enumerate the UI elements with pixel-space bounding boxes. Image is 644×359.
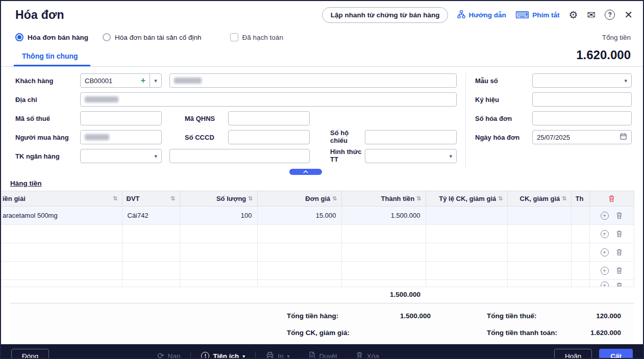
bank-account-label: TK ngân hàng: [15, 152, 80, 160]
col-clipped[interactable]: Th: [571, 191, 589, 207]
delete-all-rows-icon[interactable]: [608, 195, 615, 202]
tab-general-info[interactable]: Thông tin chung: [14, 47, 90, 66]
reload-button[interactable]: ⟳ Nạp: [157, 352, 180, 359]
document-icon: [308, 351, 316, 359]
cell-actions: +: [589, 243, 634, 262]
bank-account-select[interactable]: ▾: [80, 149, 162, 163]
template-no-label: Mẫu số: [475, 77, 532, 85]
invoice-no-label: Số hóa đơn: [475, 115, 532, 122]
redacted-customer-name: [174, 78, 202, 84]
add-row-icon[interactable]: +: [601, 248, 609, 257]
table-row[interactable]: aracetamol 500mg Cái742 100 15.000 1.500…: [1, 207, 634, 225]
guide-link-label: Hướng dẫn: [468, 11, 506, 19]
cccd-input[interactable]: [228, 130, 310, 144]
shortcuts-link-label: Phím tắt: [532, 11, 559, 19]
delete-row-icon[interactable]: [615, 267, 623, 274]
collapse-form-button[interactable]: [289, 169, 322, 175]
line-items-section-link[interactable]: Hàng tiền: [10, 179, 643, 187]
approve-button[interactable]: Duyệt: [308, 351, 337, 359]
col-discount-rate[interactable]: Tỷ lệ CK, giảm giá⇅: [426, 191, 507, 207]
col-quantity[interactable]: Số lượng⇅: [180, 191, 257, 207]
refresh-icon: ⟳: [157, 352, 164, 359]
address-input[interactable]: [80, 92, 457, 107]
col-unit-price[interactable]: Đơn giá⇅: [257, 191, 341, 207]
total-discount-label: Tổng CK, giảm giá:: [287, 329, 363, 337]
add-customer-icon[interactable]: +: [141, 76, 145, 85]
buyer-input[interactable]: [80, 130, 162, 144]
print-button[interactable]: In ▾: [266, 351, 289, 359]
radio-asset-invoice[interactable]: Hóa đơn bán tài sản cố định: [103, 33, 201, 41]
symbol-input[interactable]: [532, 92, 632, 107]
footer-toolbar: Đóng ⟳ Nạp ! Tiện ích ▾ In ▾: [1, 344, 643, 359]
calendar-icon[interactable]: [620, 133, 627, 142]
mail-icon[interactable]: ✉: [587, 10, 596, 20]
sort-icon: ⇅: [113, 195, 117, 202]
radio-sales-invoice[interactable]: Hóa đơn bán hàng: [15, 33, 88, 41]
buyer-label: Người mua hàng: [15, 134, 80, 141]
close-button[interactable]: Đóng: [11, 349, 49, 359]
cell-quantity[interactable]: 100: [180, 207, 257, 225]
table-header-row: iền giải⇅ ĐVT⇅ Số lượng⇅ Đơn giá⇅ Thành …: [1, 191, 634, 207]
cell-discount[interactable]: [507, 207, 571, 225]
total-payment-label: Tổng tiền thanh toán:: [487, 329, 578, 337]
radio-unselected-icon: [103, 33, 111, 41]
guide-link[interactable]: Hướng dẫn: [457, 10, 506, 20]
delete-row-icon[interactable]: [615, 282, 623, 287]
shortcuts-link[interactable]: ⌨ Phím tắt: [515, 10, 560, 20]
delete-row-icon[interactable]: [615, 230, 623, 238]
add-row-icon[interactable]: +: [601, 212, 609, 220]
delete-row-icon[interactable]: [615, 248, 623, 256]
table-row[interactable]: +: [1, 243, 634, 262]
cell-discount-rate[interactable]: [426, 207, 507, 225]
quick-create-button[interactable]: Lập nhanh từ chứng từ bán hàng: [322, 7, 449, 23]
cell-description[interactable]: aracetamol 500mg: [1, 207, 122, 225]
save-button[interactable]: Cất: [599, 349, 633, 359]
delete-row-icon[interactable]: [615, 212, 623, 219]
invoice-no-input[interactable]: [532, 111, 632, 125]
invoice-date-input[interactable]: 25/07/2025: [532, 130, 632, 144]
customer-dropdown-button[interactable]: ▾: [150, 73, 162, 88]
utilities-button[interactable]: ! Tiện ích ▾: [201, 352, 245, 359]
cell-unit[interactable]: Cái742: [122, 207, 180, 225]
add-row-icon[interactable]: +: [601, 281, 609, 287]
cell-amount[interactable]: 1.500.000: [341, 207, 426, 225]
total-goods-value: 1.500.000: [363, 312, 431, 320]
total-tax-value: 120.000: [578, 312, 621, 320]
posted-checkbox[interactable]: Đã hạch toán: [230, 33, 283, 41]
customer-code-group: CB00001 + ▾: [80, 73, 162, 88]
chevron-down-icon: ▾: [449, 153, 452, 160]
close-icon[interactable]: ✕: [624, 9, 633, 21]
customer-name-input[interactable]: [169, 73, 457, 88]
col-discount[interactable]: CK, giảm giá⇅: [507, 191, 571, 207]
page-title: Hóa đơn: [15, 8, 64, 22]
passport-input[interactable]: [365, 130, 457, 144]
summary-section: Tổng tiền hàng: 1.500.000 Tổng tiền thuế…: [10, 303, 634, 344]
bank-name-input[interactable]: [169, 149, 310, 163]
col-description[interactable]: iền giải⇅: [1, 191, 122, 207]
cell-clipped[interactable]: [571, 207, 589, 225]
customer-code-input[interactable]: CB00001 +: [80, 73, 150, 88]
amount-column-total: 1.500.000: [1, 287, 426, 303]
table-row-clipped[interactable]: +: [1, 280, 634, 287]
chevron-down-icon: ▾: [287, 353, 290, 359]
payment-method-select[interactable]: ▾: [365, 149, 457, 163]
add-row-icon[interactable]: +: [601, 267, 609, 275]
gear-icon[interactable]: ⚙: [569, 10, 578, 20]
tax-code-input[interactable]: [80, 111, 162, 125]
qhns-input[interactable]: [228, 111, 310, 125]
postpone-button[interactable]: Hoãn: [554, 349, 592, 359]
table-row[interactable]: +: [1, 262, 634, 280]
chevron-down-icon: ▾: [624, 78, 627, 84]
titlebar-actions: Lập nhanh từ chứng từ bán hàng Hướng dẫn…: [322, 7, 633, 23]
general-info-form: Khách hàng CB00001 + ▾ Địa chỉ: [1, 67, 643, 167]
delete-button[interactable]: Xóa: [356, 351, 379, 359]
table-row[interactable]: +: [1, 225, 634, 243]
add-row-icon[interactable]: +: [601, 230, 609, 238]
sort-icon: ⇅: [170, 195, 175, 202]
col-unit[interactable]: ĐVT⇅: [122, 191, 180, 207]
col-amount[interactable]: Thành tiền⇅: [341, 191, 426, 207]
help-icon[interactable]: ?: [605, 10, 615, 20]
total-payment-value: 1.620.000: [578, 329, 621, 337]
template-no-select[interactable]: ▾: [532, 73, 632, 88]
cell-unit-price[interactable]: 15.000: [257, 207, 341, 225]
